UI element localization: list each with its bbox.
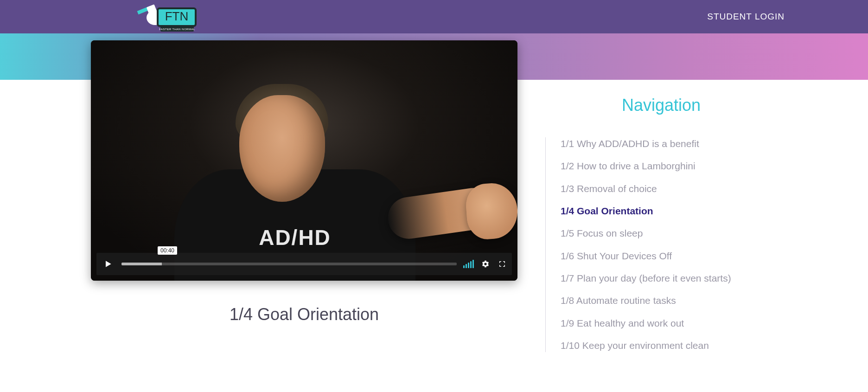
- nav-item-5[interactable]: 1/5 Focus on sleep: [561, 227, 777, 240]
- sidebar-title: Navigation: [545, 96, 777, 115]
- video-frame: AD/HD: [91, 40, 517, 281]
- nav-item-1[interactable]: 1/1 Why ADD/ADHD is a benefit: [561, 137, 777, 150]
- lesson-title: 1/4 Goal Orientation: [91, 305, 517, 324]
- video-player[interactable]: AD/HD 00:40: [91, 40, 517, 281]
- fullscreen-icon[interactable]: [497, 259, 507, 269]
- nav-item-8[interactable]: 1/8 Automate routine tasks: [561, 294, 777, 307]
- logo-abbr: FTN: [165, 9, 189, 23]
- nav-item-6[interactable]: 1/6 Shut Your Devices Off: [561, 250, 777, 263]
- nav-list: 1/1 Why ADD/ADHD is a benefit1/2 How to …: [545, 137, 777, 352]
- main-container: AD/HD 00:40: [82, 80, 786, 380]
- site-logo[interactable]: FTN FASTER THAN NORMAL: [134, 0, 199, 35]
- progress-bar[interactable]: 00:40: [121, 259, 457, 269]
- nav-item-3[interactable]: 1/3 Removal of choice: [561, 182, 777, 195]
- nav-item-7[interactable]: 1/7 Plan your day (before it even starts…: [561, 272, 777, 285]
- settings-icon[interactable]: [480, 259, 491, 269]
- logo-tagline: FASTER THAN NORMAL: [159, 28, 195, 31]
- shirt-text: AD/HD: [174, 225, 415, 250]
- time-tooltip: 00:40: [158, 246, 177, 255]
- lesson-column: AD/HD 00:40: [91, 40, 517, 352]
- nav-item-10[interactable]: 1/10 Keep your environment clean: [561, 339, 777, 352]
- site-header: FTN FASTER THAN NORMAL STUDENT LOGIN: [0, 0, 868, 33]
- sidebar: Navigation 1/1 Why ADD/ADHD is a benefit…: [545, 80, 777, 352]
- volume-icon[interactable]: [463, 260, 474, 268]
- play-button[interactable]: [101, 257, 115, 271]
- video-controls: 00:40: [96, 253, 512, 275]
- video-thumbnail: AD/HD: [160, 81, 448, 281]
- nav-item-9[interactable]: 1/9 Eat healthy and work out: [561, 317, 777, 330]
- student-login-link[interactable]: STUDENT LOGIN: [707, 12, 785, 22]
- nav-item-4[interactable]: 1/4 Goal Orientation: [561, 205, 777, 218]
- nav-item-2[interactable]: 1/2 How to drive a Lamborghini: [561, 160, 777, 173]
